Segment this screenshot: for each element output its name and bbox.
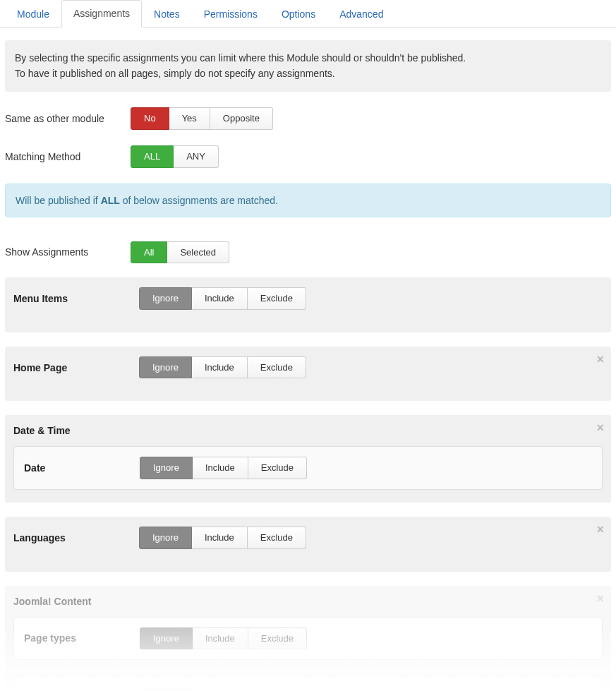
- menu-items-iie: Ignore Include Exclude: [139, 287, 306, 310]
- panel-languages: × Languages Ignore Include Exclude: [5, 517, 611, 572]
- page-types-include[interactable]: Include: [193, 627, 248, 650]
- subpanel-date-title: Date: [24, 462, 140, 474]
- show-assignments-all[interactable]: All: [131, 241, 167, 264]
- same-as-other-row: Same as other module No Yes Opposite: [5, 107, 616, 130]
- panel-date-time: × Date & Time Date Ignore Include Exclud…: [5, 415, 611, 503]
- languages-iie: Ignore Include Exclude: [139, 527, 306, 549]
- close-icon[interactable]: ×: [596, 421, 604, 435]
- panel-home-page-title: Home Page: [13, 362, 139, 373]
- subpanel-page-types: Page types Ignore Include Exclude: [13, 617, 603, 661]
- intro-well: By selecting the specific assignments yo…: [5, 40, 611, 92]
- tabs-bar: Module Assignments Notes Permissions Opt…: [0, 0, 616, 28]
- matching-method-any[interactable]: ANY: [174, 145, 219, 168]
- matching-method-toggle: ALL ANY: [131, 145, 219, 168]
- matching-info: Will be published if ALL of below assign…: [5, 184, 611, 217]
- menu-items-include[interactable]: Include: [192, 287, 248, 310]
- close-icon[interactable]: ×: [596, 591, 604, 606]
- same-as-other-label: Same as other module: [5, 113, 131, 124]
- menu-items-ignore[interactable]: Ignore: [139, 287, 192, 310]
- show-assignments-row: Show Assignments All Selected: [5, 241, 616, 264]
- same-as-other-opposite[interactable]: Opposite: [210, 107, 273, 130]
- languages-ignore[interactable]: Ignore: [139, 527, 192, 549]
- panel-menu-items: Menu Items Ignore Include Exclude: [5, 277, 611, 332]
- subpanel-page-types-title: Page types: [24, 632, 140, 644]
- tab-advanced[interactable]: Advanced: [327, 1, 395, 28]
- matching-info-bold: ALL: [101, 195, 120, 206]
- intro-line-2: To have it published on all pages, simpl…: [15, 66, 601, 82]
- show-assignments-label: Show Assignments: [5, 246, 131, 258]
- matching-info-prefix: Will be published if: [16, 195, 101, 206]
- panel-home-page: × Home Page Ignore Include Exclude: [5, 347, 611, 402]
- close-icon[interactable]: ×: [596, 522, 604, 537]
- home-page-include[interactable]: Include: [192, 356, 248, 379]
- date-ignore[interactable]: Ignore: [140, 457, 193, 479]
- matching-method-label: Matching Method: [5, 151, 131, 162]
- menu-items-exclude[interactable]: Exclude: [248, 287, 306, 310]
- close-icon[interactable]: ×: [596, 352, 604, 367]
- tab-module[interactable]: Module: [5, 1, 61, 28]
- tab-notes[interactable]: Notes: [142, 1, 192, 28]
- panel-menu-items-title: Menu Items: [13, 293, 139, 304]
- same-as-other-no[interactable]: No: [131, 107, 169, 130]
- tab-options[interactable]: Options: [270, 1, 327, 28]
- date-include[interactable]: Include: [193, 457, 248, 479]
- date-exclude[interactable]: Exclude: [248, 457, 307, 479]
- panel-joomla-content: × Joomla! Content Page types Ignore Incl…: [5, 586, 611, 691]
- panel-date-time-title: Date & Time: [13, 425, 603, 436]
- panel-joomla-content-title: Joomla! Content: [13, 596, 603, 607]
- panel-menu-items-row: Menu Items Ignore Include Exclude: [13, 287, 603, 310]
- show-assignments-selected[interactable]: Selected: [167, 241, 229, 264]
- tab-assignments[interactable]: Assignments: [61, 0, 142, 28]
- categories-include[interactable]: Include: [193, 687, 248, 691]
- tab-permissions[interactable]: Permissions: [192, 1, 270, 28]
- subpanel-date: Date Ignore Include Exclude: [13, 446, 603, 490]
- panel-languages-title: Languages: [13, 532, 139, 543]
- home-page-iie: Ignore Include Exclude: [139, 356, 306, 379]
- home-page-exclude[interactable]: Exclude: [248, 356, 306, 379]
- page-types-exclude[interactable]: Exclude: [248, 627, 307, 650]
- page-types-ignore[interactable]: Ignore: [140, 627, 193, 650]
- subpanel-categories: Categories Ignore Include Exclude: [13, 677, 603, 691]
- languages-include[interactable]: Include: [192, 527, 248, 549]
- categories-exclude[interactable]: Exclude: [248, 687, 307, 691]
- matching-method-all[interactable]: ALL: [131, 145, 174, 168]
- languages-exclude[interactable]: Exclude: [248, 527, 306, 549]
- categories-ignore[interactable]: Ignore: [140, 687, 193, 691]
- show-assignments-toggle: All Selected: [131, 241, 229, 264]
- same-as-other-toggle: No Yes Opposite: [131, 107, 273, 130]
- panel-languages-row: Languages Ignore Include Exclude: [13, 527, 603, 549]
- date-iie: Ignore Include Exclude: [140, 457, 307, 479]
- same-as-other-yes[interactable]: Yes: [169, 107, 210, 130]
- home-page-ignore[interactable]: Ignore: [139, 356, 192, 379]
- matching-method-row: Matching Method ALL ANY: [5, 145, 616, 168]
- matching-info-suffix: of below assignments are matched.: [120, 195, 278, 206]
- categories-iie: Ignore Include Exclude: [140, 687, 307, 691]
- panel-home-page-row: Home Page Ignore Include Exclude: [13, 356, 603, 379]
- intro-line-1: By selecting the specific assignments yo…: [15, 51, 601, 66]
- page-types-iie: Ignore Include Exclude: [140, 627, 307, 650]
